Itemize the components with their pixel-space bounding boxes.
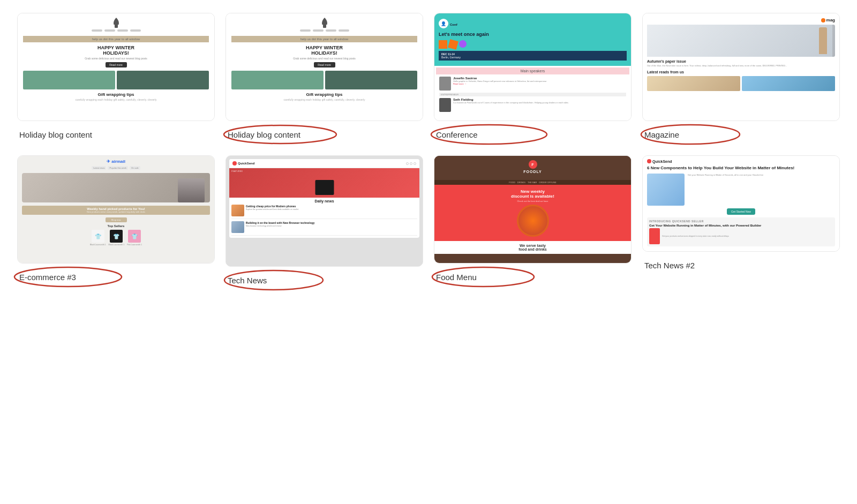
label-container-food-menu: Food Menu <box>434 269 632 285</box>
ecom-promo: Weekly hand picked products for You! New… <box>22 206 210 215</box>
holiday-cta-1[interactable]: Read more <box>106 62 127 67</box>
template-preview-food-menu[interactable]: F FOODLY FOOD DRINKS THE BAR ORDER OFFLI… <box>434 155 632 264</box>
tech2-promo-text: Get your products and services shipped i… <box>662 235 833 237</box>
tech2-header: QuickSend <box>647 159 835 163</box>
holiday-banner-2: help us dot this year to all window <box>231 36 417 42</box>
label-container-holiday-2: Holiday blog content <box>225 126 423 142</box>
label-container-conference: Conference <box>434 126 632 142</box>
tech2-cta-btn[interactable]: Get Started Now <box>727 208 755 215</box>
svg-rect-3 <box>322 24 327 25</box>
tech-article-sub-1: Explore the greatest articles and best d… <box>246 208 417 210</box>
template-label-tech-news: Tech News <box>228 276 267 285</box>
ecom-product-img-2: 👕 <box>110 230 123 243</box>
tech2-promo-content: Get your products and services shipped i… <box>649 228 833 244</box>
tech-article-text-1: Getting cheap price for Modern phones Ex… <box>246 205 417 216</box>
template-preview-holiday-1[interactable]: help us dot this year to all window HAPP… <box>17 13 215 121</box>
tech2-title: 6 New Components to Help You Build Your … <box>647 166 835 171</box>
ecom-nav: Latest news Popular this week On sale <box>22 166 210 170</box>
food-nav-drinks: DRINKS <box>517 181 525 184</box>
conf-profile: 👤 <box>439 19 448 28</box>
template-item-holiday-1: help us dot this year to all window HAPP… <box>17 13 215 142</box>
template-preview-holiday-2[interactable]: help us dot this year to all window HAPP… <box>225 13 423 121</box>
holiday-photo-1b <box>117 71 209 89</box>
holiday-wrap-sub-2: carefully wrapping each holiday gift saf… <box>231 98 417 101</box>
mag-logo-dot <box>821 18 825 22</box>
ecom-hero-people <box>178 178 205 202</box>
holiday-wrap-title-2: Gift wrapping tips <box>231 92 417 97</box>
ecom-products: 👕 Black Lacersmith 1 👕 Black Lacersmith … <box>22 230 210 246</box>
food-hero: New weeklydiscount is available! Check o… <box>434 185 631 241</box>
tech2-cta-wrap: Get Started Now <box>647 208 835 215</box>
template-item-magazine: mag Autumn's paper issue Out of the blue… <box>642 13 840 142</box>
template-label-ecommerce: E-commerce #3 <box>19 273 76 282</box>
ecom-nav-deals: On sale <box>130 166 140 170</box>
holiday-wrap-sub-1: carefully wrapping each holiday gift saf… <box>23 98 209 101</box>
template-preview-conference[interactable]: 👤 Conf Let's meet once again DEC 11-14 B… <box>434 13 632 121</box>
tech-article-sub-2: New browser technology article and revie… <box>246 225 417 227</box>
tech2-logo-dot <box>647 159 651 163</box>
bell-icon-2 <box>320 18 329 29</box>
ecom-nav-latest: Latest news <box>92 166 106 170</box>
template-label-holiday-1: Holiday blog content <box>19 130 92 139</box>
mag-main-photo <box>647 25 835 57</box>
mag-read-items <box>647 76 835 91</box>
template-item-tech-news-2: QuickSend 6 New Components to Help You B… <box>642 155 840 288</box>
label-container-tech-news: Tech News <box>225 272 423 288</box>
holiday-wrap-title-1: Gift wrapping tips <box>23 92 209 97</box>
ecom-product-img-1: 👕 <box>92 230 104 243</box>
label-container-holiday-1: Holiday blog content <box>17 126 215 142</box>
tech-icon-dot-2 <box>410 162 412 165</box>
conf-speaker-bio-2: Co-founder at Patchwork out of 1 aces of… <box>453 101 626 104</box>
bell-icon <box>111 18 121 29</box>
ecom-product-name-2: Black Lacersmith 1 <box>109 244 125 246</box>
template-preview-ecommerce[interactable]: ✈ airmail Latest news Popular this week … <box>17 155 215 264</box>
mag-read-photo-2 <box>742 76 835 91</box>
template-preview-tech-news[interactable]: QuickSend FEATURED Daily news <box>225 155 423 267</box>
tech-icon-dot-1 <box>406 162 409 165</box>
holiday-banner-1: help us dot this year to all window <box>23 36 209 42</box>
ecom-logo: ✈ airmail <box>22 159 210 164</box>
holiday-sub-2: Grab some delicious and read our newest … <box>231 57 417 60</box>
tech-hero-label: FEATURED <box>231 170 243 172</box>
food-nav-order: ORDER OFFLINE <box>539 181 556 184</box>
template-preview-magazine[interactable]: mag Autumn's paper issue Out of the blue… <box>642 13 840 121</box>
tech2-illustration <box>647 174 685 206</box>
tech-article-1: Getting cheap price for Modern phones Ex… <box>231 205 417 219</box>
tech-hero-monitor <box>315 180 334 195</box>
ecom-product-3: 👕 Pink Lacersmith 1 <box>127 230 142 246</box>
tech2-promo-title: Get Your Website Running in Matter of Mi… <box>649 224 833 227</box>
mag-reads-title: Latest reads from us <box>647 70 835 74</box>
tech-article-title-2: Building it on the board with New Browse… <box>246 221 417 224</box>
ecom-nav-popular: Popular this week <box>108 166 128 170</box>
tech2-desc: Get your Website Running in Matter of Se… <box>688 174 835 206</box>
ecom-cta-btn[interactable]: Shop now <box>106 217 127 222</box>
food-promo-sub: Check out the best deal we have <box>439 200 627 202</box>
tech2-promo-section: INTRODUCING QUICKSEND SELLER Get Your We… <box>647 217 835 246</box>
holiday-photo-2b <box>325 71 417 89</box>
conf-shapes <box>439 40 627 49</box>
food-brand: FOODLY <box>439 170 627 174</box>
ecom-product-1: 👕 Black Lacersmith 1 <box>90 230 106 246</box>
conf-separator: ENTREPRENEUR <box>439 93 626 96</box>
ecom-product-2: 👕 Black Lacersmith 1 <box>109 230 125 246</box>
ecom-product-name-3: Pink Lacersmith 1 <box>127 244 142 246</box>
template-label-holiday-2: Holiday blog content <box>228 130 300 139</box>
tech-logo-name: QuickSend <box>238 162 254 165</box>
ecom-promo-sub: New products arrive every week, updated … <box>25 210 207 213</box>
holiday-title-2: HAPPY WINTERHOLIDAYS! <box>231 45 417 56</box>
holiday-cta-2[interactable]: Read more <box>314 62 335 67</box>
holiday-title-1: HAPPY WINTERHOLIDAYS! <box>23 45 209 56</box>
food-header: F FOODLY <box>434 156 631 178</box>
mag-issue-text: Out of the blue, the November issue is h… <box>647 64 835 67</box>
conf-speaker-photo-1 <box>439 77 451 91</box>
template-preview-tech-news-2[interactable]: QuickSend 6 New Components to Help You B… <box>642 155 840 252</box>
template-label-food-menu: Food Menu <box>436 273 477 282</box>
tech2-promo-label: INTRODUCING QUICKSEND SELLER <box>649 220 833 223</box>
food-nav: FOOD DRINKS THE BAR ORDER OFFLINE <box>434 180 631 185</box>
ecom-section-title: Top Sellers <box>22 224 210 228</box>
template-item-holiday-2: help us dot this year to all window HAPP… <box>225 13 423 142</box>
conf-speakers-title: Main speakers <box>436 67 629 74</box>
conf-link-1: Read more → <box>453 82 626 85</box>
tech-article-text-2: Building it on the board with New Browse… <box>246 221 417 233</box>
ecom-product-img-3: 👕 <box>128 230 141 243</box>
